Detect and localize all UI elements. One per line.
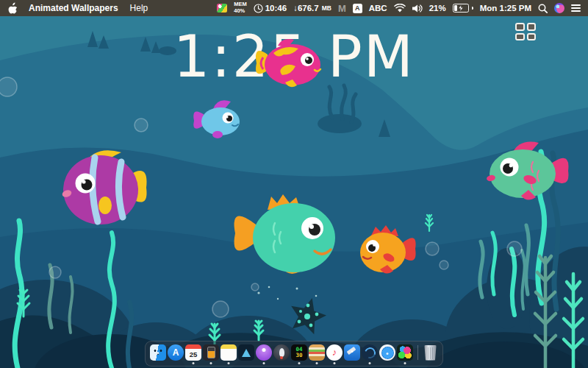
- dock-icon-safari[interactable]: [379, 344, 395, 361]
- siri-menu[interactable]: [554, 3, 564, 13]
- speaker-icon: [412, 4, 423, 13]
- apple-menu[interactable]: [7, 2, 17, 14]
- siri-icon: [554, 3, 564, 13]
- dock-icon-toolbox[interactable]: [344, 344, 360, 361]
- network-unit: MB: [322, 4, 331, 12]
- dock: A250430♪: [145, 341, 443, 367]
- dock-icon-sandwich-app[interactable]: [309, 344, 325, 361]
- uptime-value: 10:46: [265, 4, 287, 13]
- grid-square: [515, 33, 525, 41]
- network-throughput[interactable]: ↓676.7 MB: [293, 4, 331, 13]
- dock-icon-calendar[interactable]: 25: [185, 344, 201, 361]
- charging-bolt-icon: [458, 5, 463, 12]
- memory-indicator[interactable]: MEM 40%: [234, 1, 247, 14]
- spotlight-menu[interactable]: [538, 4, 548, 13]
- menu-bar: Animated Wallpapers Help MEM 40% 10:46 ↓…: [0, 0, 588, 16]
- volume-menu[interactable]: [412, 4, 423, 13]
- desktop: 1:25 PM Animated Wallpapers Help: [0, 0, 588, 368]
- grid-square: [515, 23, 525, 31]
- dock-icon-finder[interactable]: [150, 344, 166, 361]
- dock-icon-battery-app[interactable]: [203, 344, 219, 361]
- input-source-icon[interactable]: A: [353, 4, 362, 13]
- notification-center-menu[interactable]: [571, 4, 581, 12]
- battery-icon: [453, 4, 469, 13]
- uptime-indicator[interactable]: 10:46: [254, 4, 287, 13]
- active-app-menu[interactable]: Animated Wallpapers: [29, 3, 118, 13]
- battery-menu[interactable]: [453, 4, 473, 13]
- dock-icon-podcasts[interactable]: [256, 344, 272, 361]
- grid-square: [527, 23, 537, 31]
- dock-icon-notes[interactable]: [220, 344, 237, 361]
- menubar-clock[interactable]: Mon 1:25 PM: [480, 4, 531, 13]
- wallpaper-app-menubar-item[interactable]: [217, 4, 227, 13]
- network-value: ↓676.7: [293, 4, 319, 13]
- clock-icon: [254, 4, 263, 13]
- fish-pink-yellow: [253, 37, 326, 90]
- menu-help[interactable]: Help: [130, 3, 148, 13]
- menubar-status: MEM 40% 10:46 ↓676.7 MB M A ABC 21%: [217, 1, 581, 14]
- mem-value: 40%: [234, 8, 245, 15]
- dock-icon-browser-dark[interactable]: [362, 344, 378, 361]
- menu-lines-icon: [571, 7, 581, 9]
- menu-lines-icon: [571, 10, 581, 12]
- dock-icon-date-app[interactable]: 0430: [291, 344, 307, 361]
- wifi-menu[interactable]: [394, 4, 406, 13]
- grid-square: [527, 33, 537, 41]
- battery-nub: [472, 7, 473, 10]
- search-icon: [538, 4, 548, 13]
- wallpaper-thumbnail-icon: [217, 4, 227, 13]
- dock-icon-affinity[interactable]: [238, 344, 254, 361]
- dock-icon-music[interactable]: ♪: [326, 344, 343, 361]
- dock-icon-launchpad-rocket[interactable]: [273, 344, 290, 361]
- keyboard-layout[interactable]: ABC: [369, 4, 387, 13]
- battery-percent[interactable]: 21%: [429, 4, 446, 13]
- apple-icon: [7, 2, 17, 14]
- m-logo-icon[interactable]: M: [338, 3, 346, 14]
- dock-separator: [417, 345, 418, 360]
- dock-icon-animated-wallpapers-app[interactable]: [397, 344, 413, 361]
- menu-lines-icon: [571, 4, 581, 6]
- dock-icon-trash[interactable]: [424, 345, 437, 361]
- wifi-icon: [394, 4, 406, 13]
- dock-icon-app-store[interactable]: A: [168, 344, 184, 361]
- widgets-grid-button[interactable]: [515, 23, 536, 40]
